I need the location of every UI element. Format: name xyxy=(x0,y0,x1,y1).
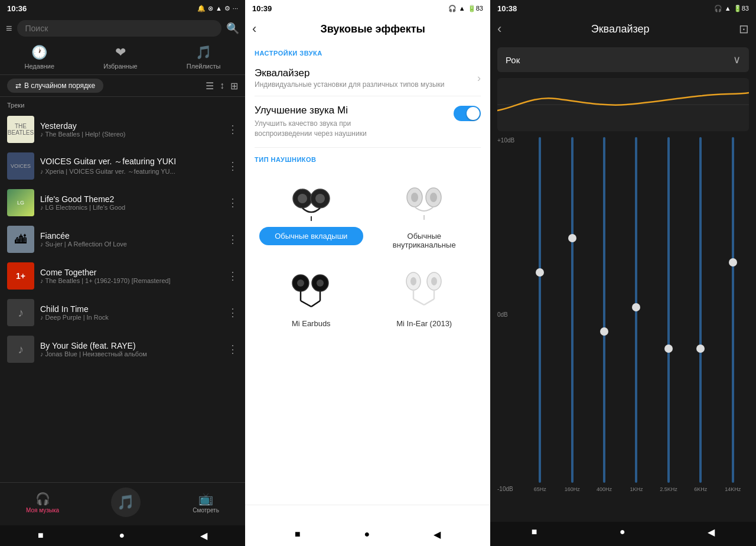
tab-recent[interactable]: 🕐 Недавние xyxy=(25,45,55,70)
earphone-select-button[interactable]: Mi In-Ear (2013) xyxy=(373,314,477,333)
notification-icon: 🔔 xyxy=(197,5,206,12)
earphone-select-button[interactable]: Обычные вкладыши xyxy=(259,227,363,245)
music-disc-icon: 🎵 xyxy=(117,494,135,511)
nav-watch[interactable]: 📺 Смотреть xyxy=(193,492,219,514)
alarm-icon: ⊗ xyxy=(208,5,213,12)
more-options-icon[interactable]: ⋮ xyxy=(227,233,238,246)
slider-thumb[interactable] xyxy=(568,234,576,242)
earphone-select-button[interactable]: Mi Earbuds xyxy=(259,314,363,333)
time-p3: 10:38 xyxy=(497,4,517,13)
slider-track[interactable] xyxy=(699,137,702,483)
status-icons-p2: 🎧 ▲ 🔋83 xyxy=(448,5,483,12)
svg-point-23 xyxy=(431,277,437,285)
track-item[interactable]: ♪ Child In Time ♪ Deep Purple | In Rock … xyxy=(0,294,245,331)
track-item[interactable]: ♪ By Your Side (feat. RAYE) ♪ Jonas Blue… xyxy=(0,331,245,368)
eq-slider-6khz[interactable]: 6KHz xyxy=(685,137,716,492)
equalizer-row[interactable]: Эквалайзер Индивидуальные установки для … xyxy=(245,60,490,96)
track-list: THEBEATLES Yesterday ♪ The Beatles | Hel… xyxy=(0,111,245,482)
slider-thumb[interactable] xyxy=(664,344,673,353)
more-options-icon[interactable]: ⋮ xyxy=(227,343,238,356)
track-thumbnail: LG xyxy=(7,189,34,216)
sliders-container: 65Hz 160Hz 400Hz 1KHz xyxy=(497,137,749,492)
shuffle-button[interactable]: ⇄ В случайном порядке xyxy=(7,79,103,93)
mi-enhance-toggle[interactable] xyxy=(454,106,481,121)
back-button-p3[interactable]: ‹ xyxy=(497,21,501,37)
eq-slider-14khz[interactable]: 14KHz xyxy=(717,137,749,492)
earphone-item-mi-in-ear[interactable]: Mi In-Ear (2013) xyxy=(368,259,481,337)
eq-slider-2_5khz[interactable]: 2.5KHz xyxy=(653,137,685,492)
slider-track[interactable] xyxy=(603,137,605,483)
earphone-image xyxy=(288,181,335,222)
nav-my-music[interactable]: 🎧 Моя музыка xyxy=(26,492,59,514)
tab-favorites[interactable]: ❤ Избранные xyxy=(103,45,138,70)
back-btn-p3[interactable]: ◀ xyxy=(708,526,715,538)
track-item[interactable]: VOICES VOICES Guitar ver. ～featuring YUK… xyxy=(0,148,245,184)
save-icon-p3[interactable]: ⊡ xyxy=(739,22,749,36)
track-item[interactable]: 1+ Come Together ♪ The Beatles | 1+ (196… xyxy=(0,258,245,294)
slider-track[interactable] xyxy=(571,137,573,483)
battery-icon: 🔋83 xyxy=(468,5,483,12)
earphone-item-regular-buds[interactable]: Обычные вкладыши xyxy=(255,171,368,259)
earphone-select-button[interactable]: Обычные внутриканальные xyxy=(373,227,477,254)
tab-playlists[interactable]: 🎵 Плейлисты xyxy=(187,45,221,70)
list-icon[interactable]: ☰ xyxy=(206,80,214,92)
slider-thumb[interactable] xyxy=(536,268,544,277)
home-btn-p2[interactable]: ● xyxy=(364,529,370,540)
eq-slider-65hz[interactable]: 65Hz xyxy=(524,137,556,492)
stop-button[interactable]: ■ xyxy=(38,530,44,541)
more-options-icon[interactable]: ⋮ xyxy=(227,160,238,173)
back-btn-p2[interactable]: ◀ xyxy=(434,529,441,540)
slider-track[interactable] xyxy=(539,137,541,483)
sort-icon[interactable]: ↕ xyxy=(220,80,224,92)
slider-track[interactable] xyxy=(732,137,734,483)
preset-label: Рок xyxy=(506,55,520,65)
stop-btn-p3[interactable]: ■ xyxy=(532,526,537,538)
back-button[interactable]: ◀ xyxy=(200,530,207,541)
eq-slider-1khz[interactable]: 1KHz xyxy=(620,137,652,492)
earphone-item-mi-earbuds[interactable]: Mi Earbuds xyxy=(255,259,368,337)
eq-sliders-area: +10dB 0dB -10dB 65Hz 160Hz xyxy=(490,131,756,522)
slider-track[interactable] xyxy=(635,137,637,483)
track-item[interactable]: THEBEATLES Yesterday ♪ The Beatles | Hel… xyxy=(0,111,245,148)
more-options-icon[interactable]: ⋮ xyxy=(227,269,238,282)
headphone-status-icon: 🎧 xyxy=(448,5,457,12)
slider-thumb[interactable] xyxy=(600,327,608,336)
eq-slider-160hz[interactable]: 160Hz xyxy=(556,137,588,492)
now-playing-button[interactable]: 🎵 xyxy=(111,488,141,517)
eq-slider-400hz[interactable]: 400Hz xyxy=(588,137,620,492)
menu-icon[interactable]: ≡ xyxy=(6,22,12,35)
slider-thumb[interactable] xyxy=(729,258,737,266)
freq-label: 65Hz xyxy=(534,486,546,492)
track-thumbnail: ♪ xyxy=(7,299,34,326)
headphone-status-icon: 🎧 xyxy=(714,5,722,12)
mi-enhance-row: Улучшение звука Mi Улучшить качество зву… xyxy=(245,96,490,147)
earphone-image xyxy=(400,181,448,222)
more-options-icon[interactable]: ⋮ xyxy=(227,123,238,136)
earphone-item-regular-in-ear[interactable]: Обычные внутриканальные xyxy=(368,171,481,259)
page-title-p3: Эквалайзер xyxy=(501,23,739,35)
home-btn-p3[interactable]: ● xyxy=(620,526,625,538)
track-item[interactable]: 🏙 Fiancée ♪ Su-jer | A Reflection Of Lov… xyxy=(0,221,245,258)
slider-track[interactable] xyxy=(667,137,670,483)
sound-settings-label: НАСТРОЙКИ ЗВУКА xyxy=(245,41,490,60)
battery-icon: 🔋83 xyxy=(734,5,749,12)
home-button[interactable]: ● xyxy=(119,530,125,541)
more-options-icon[interactable]: ⋮ xyxy=(227,196,238,209)
status-bar-p2: 10:39 🎧 ▲ 🔋83 xyxy=(245,0,490,17)
track-info: Fiancée ♪ Su-jer | A Reflection Of Love xyxy=(40,231,221,248)
track-item[interactable]: LG Life's Good Theme2 ♪ LG Electronics |… xyxy=(0,184,245,221)
back-button-p2[interactable]: ‹ xyxy=(252,21,256,37)
grid-icon[interactable]: ⊞ xyxy=(230,80,238,92)
music-note-icon: ♪ xyxy=(40,314,44,321)
stop-btn-p2[interactable]: ■ xyxy=(295,529,301,540)
slider-thumb[interactable] xyxy=(696,344,705,353)
preset-selector[interactable]: Рок ∨ xyxy=(497,47,749,72)
slider-thumb[interactable] xyxy=(632,303,640,311)
music-note-icon: ♪ xyxy=(40,204,44,211)
more-options-icon[interactable]: ⋮ xyxy=(227,306,238,319)
svg-point-6 xyxy=(411,193,418,202)
search-input[interactable] xyxy=(17,20,221,37)
chevron-down-icon: ∨ xyxy=(733,53,741,66)
search-bar: ≡ 🔍 xyxy=(0,17,245,40)
search-icon[interactable]: 🔍 xyxy=(226,22,239,35)
